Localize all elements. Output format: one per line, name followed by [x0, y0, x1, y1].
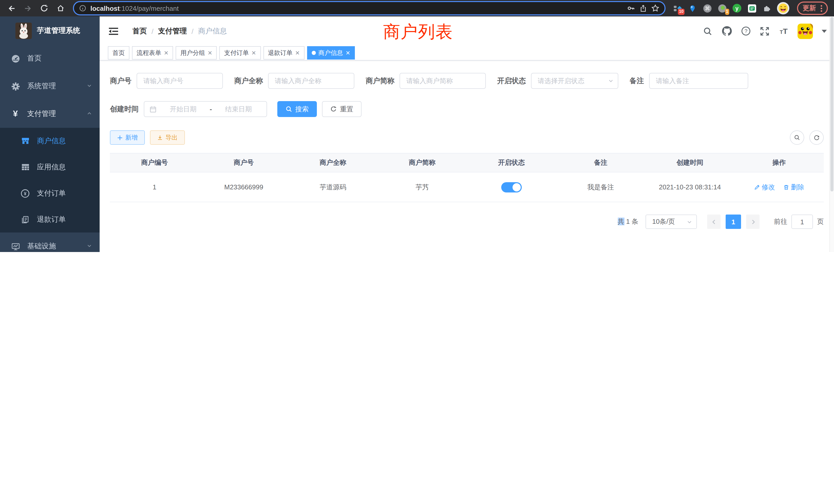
short-name-label: 商户简称	[366, 76, 394, 86]
add-button[interactable]: 新增	[110, 130, 145, 145]
close-icon[interactable]	[164, 50, 169, 56]
sidebar-item-merchant-info[interactable]: 商户信息	[0, 128, 100, 154]
sidebar-item-label: 支付管理	[27, 109, 56, 118]
close-icon[interactable]	[295, 50, 300, 56]
sidebar-item-app-info[interactable]: 应用信息	[0, 154, 100, 180]
goto-page-input[interactable]	[791, 214, 813, 229]
merchant-no-input[interactable]	[137, 73, 223, 89]
document-copy-icon	[21, 215, 30, 224]
font-size-icon[interactable]: TT	[778, 26, 789, 36]
extension-boards-icon[interactable]: 10	[673, 4, 682, 13]
browser-menu-icon[interactable]	[821, 5, 822, 12]
browser-profile-avatar[interactable]	[777, 2, 789, 14]
sidebar-item-infra[interactable]: 基础设施	[0, 232, 100, 252]
export-button[interactable]: 导出	[150, 130, 185, 145]
pay-submenu: 商户信息 应用信息 ¥ 支付订单	[0, 128, 100, 232]
cell-actions: 修改 删除	[734, 182, 824, 192]
status-toggle[interactable]	[501, 182, 522, 192]
browser-update-button[interactable]: 更新	[797, 2, 828, 15]
prev-page-button[interactable]	[707, 214, 721, 229]
user-avatar[interactable]	[797, 23, 813, 39]
browser-home-button[interactable]	[53, 1, 68, 16]
site-info-icon[interactable]	[79, 5, 86, 12]
scrollbar-thumb[interactable]	[830, 17, 833, 191]
sidebar-item-home[interactable]: 首页	[0, 45, 100, 72]
yen-circle-icon: ¥	[21, 189, 30, 198]
breadcrumb-current: 商户信息	[198, 26, 227, 36]
close-icon[interactable]	[207, 50, 212, 56]
sidebar-item-pay[interactable]: ¥ 支付管理	[0, 100, 100, 128]
sidebar-item-system[interactable]: 系统管理	[0, 72, 100, 100]
refresh-button[interactable]	[809, 130, 824, 145]
fullscreen-icon[interactable]	[760, 26, 770, 36]
sidebar-item-refund-order[interactable]: 退款订单	[0, 206, 100, 232]
status-label: 开启状态	[497, 76, 526, 86]
toggle-search-button[interactable]	[790, 130, 804, 145]
extensions-puzzle-icon[interactable]	[762, 4, 771, 13]
extension-status-icon[interactable]: 1	[718, 4, 727, 13]
extension-command-icon[interactable]: ⌘	[703, 4, 712, 13]
edit-link[interactable]: 修改	[754, 182, 775, 192]
browser-reload-button[interactable]	[37, 1, 51, 16]
full-name-label: 商户全称	[234, 76, 263, 86]
extension-pin-icon[interactable]	[688, 4, 697, 13]
create-time-range-picker[interactable]: 开始日期 - 结束日期	[144, 101, 267, 117]
extension-chat-icon[interactable]	[747, 4, 756, 13]
close-icon[interactable]	[346, 50, 350, 56]
dashboard-icon	[11, 54, 20, 63]
breadcrumb-home[interactable]: 首页	[132, 26, 147, 36]
next-page-button[interactable]	[746, 214, 760, 229]
tab-home[interactable]: 首页	[108, 46, 129, 60]
full-name-input[interactable]	[268, 73, 354, 89]
browser-back-button[interactable]	[4, 1, 19, 16]
browser-forward-button[interactable]	[21, 1, 35, 16]
help-icon[interactable]: ?	[741, 26, 751, 36]
avatar-dropdown-caret[interactable]	[822, 29, 827, 32]
cell-merchant-no: M233666999	[199, 183, 289, 191]
gear-icon	[11, 82, 20, 91]
col-merchant-id: 商户编号	[110, 158, 199, 167]
extension-y-icon[interactable]: y	[732, 4, 742, 13]
short-name-input[interactable]	[399, 73, 486, 89]
status-select[interactable]: 请选择开启状态	[531, 73, 618, 89]
merchant-table: 商户编号 商户号 商户全称 商户简称 开启状态 备注 创建时间 操作 1 M23…	[110, 153, 824, 202]
extension-badge: 1	[725, 9, 729, 15]
active-dot	[312, 51, 316, 55]
sidebar-item-pay-order[interactable]: ¥ 支付订单	[0, 180, 100, 206]
delete-link[interactable]: 删除	[783, 182, 804, 192]
cell-short-name: 芋艿	[378, 182, 467, 192]
share-icon[interactable]	[639, 4, 647, 12]
github-icon[interactable]	[722, 26, 732, 36]
tab-pay-order[interactable]: 支付订单	[220, 46, 261, 60]
page-size-select[interactable]: 10条/页	[645, 214, 697, 229]
page-content: 商户号 商户全称 商户简称 开启状态 请选择开启状态	[100, 61, 834, 252]
page-number-1[interactable]: 1	[726, 214, 741, 229]
screen: localhost:1024/pay/merchant 10 ⌘	[0, 0, 834, 252]
bookmark-star-icon[interactable]	[651, 4, 659, 12]
tab-refund-order[interactable]: 退款订单	[263, 46, 304, 60]
col-actions: 操作	[734, 158, 824, 167]
chevron-down-icon	[687, 219, 692, 225]
calendar-icon	[150, 106, 157, 113]
password-key-icon[interactable]	[627, 4, 635, 12]
chevron-down-icon	[86, 242, 92, 250]
cell-merchant-id: 1	[110, 183, 199, 191]
tab-user-group[interactable]: 用户分组	[176, 46, 217, 60]
url-text: localhost:1024/pay/merchant	[90, 4, 623, 12]
sidebar-item-label: 支付订单	[37, 189, 66, 198]
breadcrumb-pay[interactable]: 支付管理	[158, 26, 187, 36]
sidebar-fold-icon[interactable]	[109, 26, 118, 36]
url-bar[interactable]: localhost:1024/pay/merchant	[73, 1, 665, 16]
search-icon[interactable]	[703, 26, 713, 36]
reset-button[interactable]: 重置	[322, 101, 361, 117]
search-button[interactable]: 搜索	[277, 101, 317, 117]
browser-toolbar: localhost:1024/pay/merchant 10 ⌘	[0, 0, 834, 17]
page-scrollbar[interactable]	[829, 17, 834, 252]
col-merchant-no: 商户号	[199, 158, 289, 167]
app-title: 芋道管理系统	[37, 26, 80, 35]
remark-input[interactable]	[649, 73, 748, 89]
close-icon[interactable]	[251, 50, 256, 56]
app-logo[interactable]: 芋道管理系统	[0, 17, 100, 45]
tab-process-form[interactable]: 流程表单	[132, 46, 173, 60]
tab-merchant-info[interactable]: 商户信息	[307, 46, 355, 60]
